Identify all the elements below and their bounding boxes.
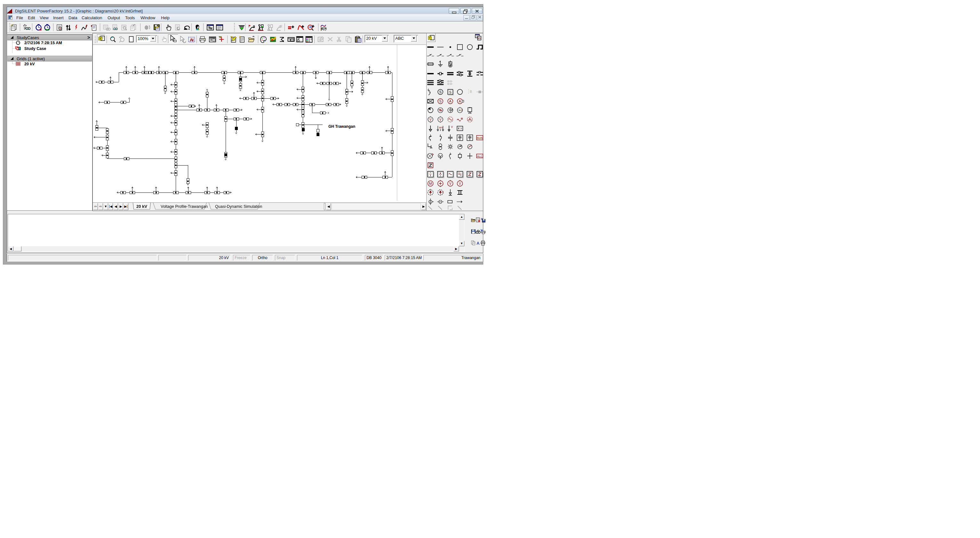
svg-text:M: M <box>439 126 441 129</box>
svg-text:V: V <box>439 118 442 121</box>
svg-text:S: S <box>439 90 441 94</box>
svg-text:RLC: RLC <box>477 155 482 158</box>
svg-text:V: V <box>451 125 453 128</box>
svg-text:S: S <box>449 90 451 94</box>
svg-text:V: V <box>430 173 431 176</box>
svg-text:B: B <box>470 90 472 94</box>
svg-text:SUS: SUS <box>477 136 483 140</box>
svg-text:M: M <box>429 182 432 185</box>
svg-text:V: V <box>449 182 451 185</box>
svg-text:V: V <box>430 118 432 121</box>
svg-text:A: A <box>477 241 480 246</box>
svg-text:P=?: P=? <box>321 28 327 31</box>
svg-text:A: A <box>449 99 452 103</box>
svg-text:V: V <box>459 182 461 185</box>
svg-text:?: ? <box>460 127 462 130</box>
svg-text:S: S <box>439 99 441 103</box>
svg-text:A: A <box>459 99 461 103</box>
svg-text:GH Trawangan: GH Trawangan <box>328 124 355 129</box>
svg-text:N:O: N:O <box>459 109 463 112</box>
